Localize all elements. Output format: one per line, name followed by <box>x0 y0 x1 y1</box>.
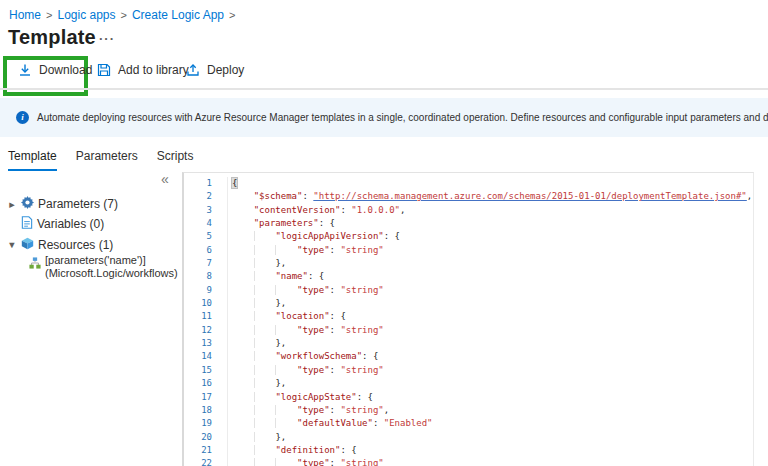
code-text: }, <box>228 337 286 350</box>
line-number: 13 <box>184 337 228 350</box>
page-title: Template <box>8 26 96 49</box>
tab-parameters[interactable]: Parameters <box>76 146 138 171</box>
code-text: "contentVersion": "1.0.0.0", <box>228 204 405 217</box>
breadcrumb-home[interactable]: Home <box>9 8 41 22</box>
code-text: }, <box>228 377 286 390</box>
line-number: 20 <box>184 431 228 444</box>
line-number: 5 <box>184 230 228 243</box>
breadcrumb-separator: > <box>229 9 235 21</box>
code-line: 3 "contentVersion": "1.0.0.0", <box>184 204 753 217</box>
breadcrumb-separator: > <box>46 9 52 21</box>
breadcrumb: Home > Logic apps > Create Logic App > <box>9 8 235 22</box>
info-banner: i Automate deploying resources with Azur… <box>0 98 768 137</box>
code-text: "type": "string" <box>228 244 384 257</box>
line-number: 11 <box>184 310 228 323</box>
code-text: }, <box>228 297 286 310</box>
save-icon <box>97 63 111 77</box>
line-number: 9 <box>184 284 228 297</box>
code-line: 17 "logicAppState": { <box>184 391 753 404</box>
code-line: 20 }, <box>184 431 753 444</box>
code-text: "name": { <box>228 270 324 283</box>
collapse-panel-button[interactable]: « <box>161 171 169 187</box>
tree-item-label: Resources (1) <box>38 238 113 252</box>
tree-item-label: Variables (0) <box>37 217 104 231</box>
tab-bar: Template Parameters Scripts <box>8 146 193 171</box>
code-line: 9 "type": "string" <box>184 284 753 297</box>
deploy-icon <box>186 63 200 77</box>
chevron-down-icon[interactable]: ▸ <box>6 240 19 250</box>
toolbar: Download Add to library Deploy <box>0 60 768 88</box>
toolbar-divider <box>0 88 768 90</box>
code-line: 16 }, <box>184 377 753 390</box>
template-code-editor[interactable]: 1{2 "$schema": "http://schema.management… <box>182 172 754 466</box>
breadcrumb-separator: > <box>121 9 127 21</box>
tree-item-label: Parameters (7) <box>38 197 118 211</box>
code-line: 8 "name": { <box>184 270 753 283</box>
code-text: }, <box>228 257 286 270</box>
code-line: 14 "workflowSchema": { <box>184 350 753 363</box>
line-number: 19 <box>184 417 228 430</box>
code-line: 7 }, <box>184 257 753 270</box>
banner-text: Automate deploying resources with Azure … <box>37 112 768 123</box>
code-line: 2 "$schema": "http://schema.management.a… <box>184 190 753 203</box>
line-number: 12 <box>184 324 228 337</box>
code-line: 15 "type": "string" <box>184 364 753 377</box>
code-line: 12 "type": "string" <box>184 324 753 337</box>
line-number: 8 <box>184 270 228 283</box>
line-number: 10 <box>184 297 228 310</box>
code-text: "type": "string", <box>228 404 389 417</box>
title-more-menu[interactable]: ··· <box>99 31 115 46</box>
line-number: 3 <box>184 204 228 217</box>
line-number: 21 <box>184 444 228 457</box>
code-text: "$schema": "http://schema.management.azu… <box>228 190 752 203</box>
tree-item-workflow-resource[interactable]: [parameters('name')] (Microsoft.Logic/wo… <box>29 254 178 280</box>
add-to-library-label: Add to library <box>118 63 189 77</box>
line-number: 2 <box>184 190 228 203</box>
add-to-library-button[interactable]: Add to library <box>97 63 189 77</box>
code-text: "defaultValue": "Enabled" <box>228 417 433 430</box>
code-text: "logicAppApiVersion": { <box>228 230 400 243</box>
gear-icon <box>21 196 34 212</box>
line-number: 18 <box>184 404 228 417</box>
tree-item-parameters[interactable]: ▸ Parameters (7) <box>7 196 118 212</box>
code-line: 5 "logicAppApiVersion": { <box>184 230 753 243</box>
code-line: 6 "type": "string" <box>184 244 753 257</box>
line-number: 1 <box>184 177 228 190</box>
download-icon <box>18 63 32 77</box>
chevron-right-icon[interactable]: ▸ <box>7 198 17 211</box>
workflow-icon <box>29 257 41 272</box>
code-line: 21 "definition": { <box>184 444 753 457</box>
code-line: 22 "type": "string" <box>184 457 753 466</box>
code-text: { <box>228 177 237 190</box>
cube-icon <box>21 237 34 253</box>
tree-item-variables[interactable]: ▸ Variables (0) <box>7 216 104 232</box>
code-text: }, <box>228 431 286 444</box>
code-line: 1{ <box>184 177 753 190</box>
deploy-label: Deploy <box>207 63 244 77</box>
code-line: 13 }, <box>184 337 753 350</box>
breadcrumb-logic-apps[interactable]: Logic apps <box>57 8 115 22</box>
line-number: 22 <box>184 457 228 466</box>
code-text: "logicAppState": { <box>228 391 373 404</box>
download-button[interactable]: Download <box>18 63 92 77</box>
tree-item-label: [parameters('name')] (Microsoft.Logic/wo… <box>45 254 178 280</box>
deploy-button[interactable]: Deploy <box>186 63 244 77</box>
line-number: 16 <box>184 377 228 390</box>
code-text: "type": "string" <box>228 364 384 377</box>
line-number: 17 <box>184 391 228 404</box>
code-text: "parameters": { <box>228 217 335 230</box>
breadcrumb-create-logic-app[interactable]: Create Logic App <box>132 8 224 22</box>
tree-item-resources[interactable]: ▸ Resources (1) <box>7 237 113 253</box>
code-text: "type": "string" <box>228 324 384 337</box>
code-lines: 1{2 "$schema": "http://schema.management… <box>184 177 753 466</box>
download-label: Download <box>39 63 92 77</box>
line-number: 7 <box>184 257 228 270</box>
code-line: 19 "defaultValue": "Enabled" <box>184 417 753 430</box>
code-line: 18 "type": "string", <box>184 404 753 417</box>
tab-template[interactable]: Template <box>8 146 57 171</box>
code-text: "type": "string" <box>228 457 384 466</box>
code-text: "workflowSchema": { <box>228 350 378 363</box>
code-line: 11 "location": { <box>184 310 753 323</box>
tab-scripts[interactable]: Scripts <box>157 146 194 171</box>
line-number: 15 <box>184 364 228 377</box>
